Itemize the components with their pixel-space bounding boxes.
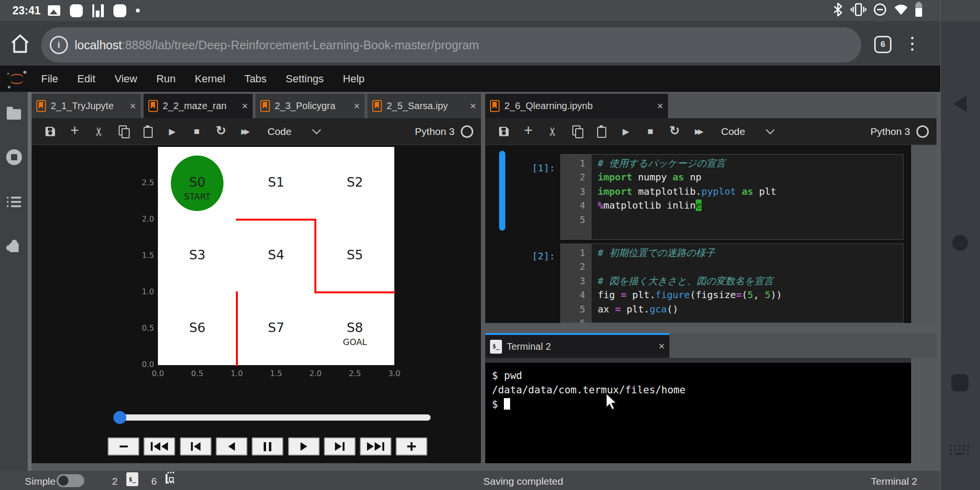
back-icon[interactable] <box>953 96 967 112</box>
kernel-name[interactable]: Python 3 <box>415 126 455 137</box>
chevron-down-icon[interactable] <box>312 125 321 134</box>
close-icon[interactable]: × <box>354 100 360 112</box>
terminal-cursor <box>504 398 510 410</box>
code-editor[interactable]: 123456# 初期位置での迷路の様子# 図を描く大きさと、図の変数名を宣言fi… <box>560 244 903 323</box>
kernel-count[interactable]: 6 <box>151 476 157 487</box>
cut-icon[interactable] <box>92 124 106 139</box>
menu-settings[interactable]: Settings <box>276 66 334 92</box>
notebook-tab[interactable]: 2_1_TryJupyte× <box>32 94 141 118</box>
keyboard-icon[interactable] <box>950 445 969 458</box>
fast-forward-icon[interactable] <box>692 124 706 139</box>
photo-icon <box>48 5 60 16</box>
state-label: S0 <box>176 175 219 189</box>
frame-slider-handle[interactable] <box>113 411 126 424</box>
stop-icon[interactable] <box>189 124 204 139</box>
table-of-contents-icon[interactable] <box>0 196 28 215</box>
insert-icon[interactable] <box>67 124 82 139</box>
right-notebook-toolbar: Code Python 3 <box>485 118 936 145</box>
chevron-down-icon[interactable] <box>766 125 775 134</box>
sidebar-splitter[interactable] <box>28 92 32 471</box>
page-info-icon[interactable]: i <box>50 36 68 54</box>
status-icons-right <box>832 0 923 21</box>
notebook-tab[interactable]: 2_5_Sarsa.ipy× <box>368 94 481 118</box>
browser-menu-icon[interactable] <box>911 37 913 51</box>
state-label: S2 <box>334 175 377 189</box>
kernel-status-icon[interactable] <box>916 125 929 138</box>
step-backward-button[interactable] <box>180 437 212 456</box>
menu-tabs[interactable]: Tabs <box>235 66 276 92</box>
menu-edit[interactable]: Edit <box>67 66 105 92</box>
paste-icon[interactable] <box>141 124 155 139</box>
close-icon[interactable]: × <box>130 100 136 112</box>
terminal-count-icon[interactable]: $_ <box>126 472 138 486</box>
terminal-output[interactable]: $ pwd/data/data/com.termux/files/home$ <box>485 363 911 463</box>
cut-icon[interactable] <box>546 124 560 139</box>
home-circle-icon[interactable] <box>952 235 968 251</box>
step-forward-button[interactable] <box>324 437 356 456</box>
url-text: localhost:8888/lab/tree/Deep-Reinforceme… <box>75 38 479 52</box>
running-sessions-icon[interactable] <box>0 149 28 168</box>
kernel-name[interactable]: Python 3 <box>870 126 910 137</box>
notebook-icon <box>260 100 270 112</box>
notebook-tab[interactable]: 2_6_Qlearning.ipynb × <box>485 94 668 118</box>
activity-bar <box>0 92 28 471</box>
jupyter-statusbar <box>0 471 940 490</box>
menu-kernel[interactable]: Kernel <box>185 66 235 92</box>
terminal-count[interactable]: 2 <box>112 476 118 487</box>
plus-button[interactable] <box>396 437 427 456</box>
vibrate-icon <box>850 2 867 19</box>
copy-icon[interactable] <box>116 124 131 139</box>
code-editor[interactable]: 12345# 使用するパッケージの宣言import numpy as npimp… <box>560 154 903 240</box>
stop-icon[interactable] <box>643 124 657 139</box>
menu-run[interactable]: Run <box>147 66 185 92</box>
kernel-chip-icon[interactable] <box>166 475 167 483</box>
menu-view[interactable]: View <box>105 66 146 92</box>
notebook-tab[interactable]: 2_2_maze_ran× <box>144 94 253 118</box>
fast-forward-icon[interactable] <box>238 124 253 139</box>
recents-icon[interactable] <box>951 374 969 391</box>
menu-file[interactable]: File <box>32 66 67 92</box>
close-icon[interactable]: × <box>657 100 663 112</box>
run-icon[interactable] <box>165 124 179 139</box>
x-tick: 1.5 <box>267 369 285 379</box>
close-icon[interactable]: × <box>658 340 665 353</box>
y-tick: 1.0 <box>136 287 154 297</box>
home-icon[interactable] <box>10 33 31 56</box>
close-icon[interactable]: × <box>470 100 476 112</box>
notebook-scroll-gutter[interactable] <box>911 145 936 323</box>
extensions-icon[interactable] <box>0 241 28 260</box>
close-icon[interactable]: × <box>242 100 248 112</box>
cell-type-select[interactable]: Code <box>721 126 745 137</box>
pause-button[interactable] <box>252 437 283 456</box>
cell-type-select[interactable]: Code <box>267 126 291 137</box>
restart-icon[interactable] <box>214 124 228 139</box>
folder-icon[interactable] <box>0 106 28 125</box>
state-sublabel: START <box>176 191 219 201</box>
simple-mode-label: Simple <box>25 476 56 487</box>
save-icon[interactable] <box>497 124 511 139</box>
run-icon[interactable] <box>619 124 633 139</box>
status-icons-left <box>48 0 140 21</box>
address-bar[interactable]: i localhost:8888/lab/tree/Deep-Reinforce… <box>41 27 861 63</box>
paste-icon[interactable] <box>594 124 609 139</box>
play-button[interactable] <box>288 437 320 456</box>
play-backward-button[interactable] <box>216 437 247 456</box>
minus-button[interactable] <box>108 437 139 456</box>
insert-icon[interactable] <box>521 124 535 139</box>
last-frame-button[interactable] <box>360 437 391 456</box>
restart-icon[interactable] <box>668 124 682 139</box>
left-notebook-toolbar: Code Python 3 <box>32 118 481 145</box>
terminal-tab[interactable]: $_ Terminal 2 × <box>485 333 669 358</box>
save-icon[interactable] <box>43 124 57 139</box>
kernel-status-icon[interactable] <box>461 125 473 138</box>
state-label: S7 <box>255 320 298 335</box>
frame-slider[interactable] <box>115 414 431 421</box>
state-label: S5 <box>334 247 377 262</box>
x-tick: 0.0 <box>149 369 167 379</box>
first-frame-button[interactable] <box>144 437 175 456</box>
copy-icon[interactable] <box>570 124 584 139</box>
state-label: S3 <box>176 247 219 262</box>
notebook-tab[interactable]: 2_3_Policygra× <box>256 94 365 118</box>
tab-count-button[interactable]: 6 <box>874 36 891 53</box>
menu-help[interactable]: Help <box>334 66 374 92</box>
